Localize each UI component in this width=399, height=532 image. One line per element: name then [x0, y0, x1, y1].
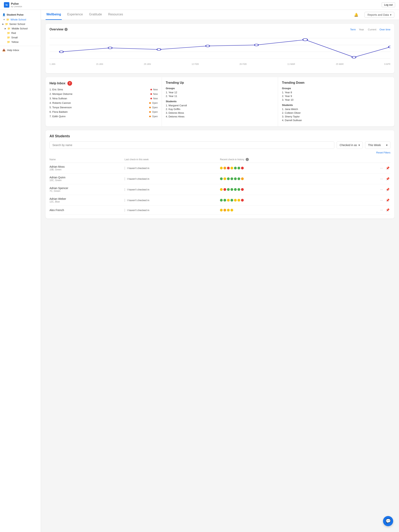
- list-item: 2. Year 11: [166, 95, 274, 98]
- sidebar-item-senior-school[interactable]: ▶ 📁 Senior School: [0, 22, 41, 26]
- trending-down-groups: 1. Year 82. Year 93. Year 10: [282, 91, 390, 101]
- info-icon: i: [64, 28, 68, 31]
- bell-icon[interactable]: 🔔: [354, 13, 358, 17]
- list-item: 3. Sherry Taylor: [282, 115, 390, 118]
- history-dot: [227, 209, 230, 211]
- svg-point-7: [206, 45, 210, 47]
- table-row: Adrian Weber 12C, Blue I haven't checked…: [50, 195, 390, 206]
- trending-down-title: Trending Down: [282, 81, 304, 84]
- tab-gratitude[interactable]: Gratitude: [88, 10, 103, 20]
- more-options-button[interactable]: ···: [379, 198, 384, 202]
- app-name: Pulse: [11, 2, 22, 5]
- history-dot: [227, 188, 230, 191]
- list-item[interactable]: 2. Monique Osborne New: [50, 93, 158, 95]
- checkin-text: I haven't checked in: [124, 188, 149, 191]
- table-row: Adrian Quinn 10C, Green I haven't checke…: [50, 173, 390, 184]
- reports-and-data-button[interactable]: Reports and Data ▾: [365, 12, 394, 18]
- folder-icon: 📁: [7, 40, 10, 44]
- help-inbox-list: 1. Eric Sims New2. Monique Osborne New3.…: [50, 88, 158, 118]
- sidebar-item-middle-school[interactable]: ▶ 📁 Middle School: [0, 26, 41, 31]
- chevron-down-icon: ▾: [359, 144, 360, 147]
- tab-resources[interactable]: Resources: [107, 10, 124, 20]
- list-item: 3. Year 10: [282, 98, 390, 101]
- trending-down-students: 1. Jana Welch2. Colleen Oliver3. Sherry …: [282, 108, 390, 122]
- table-actions: ··· 📌: [343, 166, 390, 170]
- pin-button[interactable]: 📌: [385, 177, 390, 181]
- sidebar-item-small[interactable]: 📁 Small: [0, 35, 41, 40]
- list-item: 2. Colleen Oliver: [282, 111, 390, 114]
- more-options-button[interactable]: ···: [379, 166, 384, 170]
- table-actions: ··· 📌: [343, 177, 390, 181]
- view-tab-current[interactable]: Current: [368, 28, 376, 31]
- pin-button[interactable]: 📌: [385, 198, 390, 202]
- history-dot: [224, 177, 226, 180]
- list-item[interactable]: 4. Roberto Cannon Open: [50, 101, 158, 104]
- list-item[interactable]: 7. Edith Quinn Open: [50, 115, 158, 118]
- view-tab-overtime[interactable]: Over time: [380, 28, 390, 31]
- history-dot: [220, 177, 223, 180]
- list-item[interactable]: 5. Tonya Stevenson Open: [50, 106, 158, 109]
- folder-icon: 📁: [7, 27, 11, 30]
- history-dot: [234, 167, 237, 169]
- chat-fab[interactable]: 💬: [383, 516, 393, 526]
- history-dot: [220, 199, 223, 202]
- top-navigation: Wellbeing Experience Gratitude Resources…: [41, 10, 399, 20]
- svg-point-4: [59, 51, 63, 53]
- table-row: Alex French I haven't checked in ··· 📌: [50, 206, 390, 215]
- student-name: Adrian Moss: [50, 165, 124, 168]
- status-dot: [149, 107, 151, 108]
- status-dot: [150, 89, 152, 90]
- pin-button[interactable]: 📌: [385, 208, 390, 212]
- history-dot: [241, 177, 244, 180]
- more-options-button[interactable]: ···: [379, 177, 384, 181]
- logout-button[interactable]: Log out: [382, 2, 395, 7]
- list-item: 1. Year 8: [282, 91, 390, 94]
- groups-label-up: Groups: [166, 87, 274, 90]
- status-dot: [149, 116, 151, 117]
- sidebar-item-red[interactable]: 📁 Red: [0, 31, 41, 35]
- checkin-text: I haven't checked in: [124, 177, 149, 180]
- list-item[interactable]: 3. Nina Sullivan New: [50, 97, 158, 100]
- students-label-up: Students: [166, 100, 274, 103]
- history-dot: [238, 199, 240, 202]
- student-name: Adrian Weber: [50, 197, 124, 200]
- time-tab-year[interactable]: Year: [359, 28, 364, 31]
- sidebar-item-yellow[interactable]: 📁 Yellow: [0, 40, 41, 44]
- overview-chart: 1 JAN 15 JAN 29 JAN 12 FEB 26 FEB 11 MAR…: [50, 34, 390, 69]
- list-item: 4. Delores Hines: [166, 115, 274, 118]
- history-dot: [241, 188, 244, 191]
- help-inbox-panel: Help Inbox 7 1. Eric Sims New2. Monique …: [45, 77, 162, 126]
- tab-experience[interactable]: Experience: [66, 10, 84, 20]
- time-tab-term[interactable]: Term: [350, 28, 356, 31]
- checked-in-as-select[interactable]: Checked in as ▾: [337, 141, 363, 149]
- list-item[interactable]: 6. Flora Baldwin Open: [50, 110, 158, 113]
- status-dot: [150, 93, 152, 95]
- table-actions: ··· 📌: [343, 188, 390, 192]
- more-options-button[interactable]: ···: [379, 208, 384, 212]
- this-week-select[interactable]: This Week ▾: [365, 141, 390, 149]
- history-dot: [227, 199, 230, 202]
- list-item: 1. Year 12: [166, 91, 274, 94]
- search-input[interactable]: [50, 141, 334, 149]
- table-actions: ··· 📌: [343, 198, 390, 202]
- app-logo: lu: [4, 2, 9, 8]
- history-dot: [224, 188, 226, 191]
- all-students-section: All Students Checked in as ▾ This Week ▾…: [45, 130, 394, 218]
- svg-point-5: [108, 47, 112, 49]
- student-name: Alex French: [50, 209, 124, 212]
- students-tbody: Adrian Moss 10B, Green I haven't checked…: [50, 163, 390, 215]
- more-options-button[interactable]: ···: [379, 188, 384, 192]
- sidebar-item-help-inbox[interactable]: 📥 Help Inbox: [0, 48, 41, 53]
- pin-button[interactable]: 📌: [385, 188, 390, 191]
- history-dot: [224, 167, 226, 169]
- tab-wellbeing[interactable]: Wellbeing: [45, 10, 62, 20]
- list-item[interactable]: 1. Eric Sims New: [50, 88, 158, 91]
- checkin-text: I haven't checked in: [124, 209, 149, 212]
- pin-button[interactable]: 📌: [385, 166, 390, 170]
- trending-down-panel: Trending Down Groups 1. Year 82. Year 93…: [278, 77, 394, 126]
- reset-filters-link[interactable]: Reset Filters: [50, 151, 390, 154]
- folder-icon: 📁: [5, 23, 8, 25]
- list-item: 2. Kay Griffin: [166, 108, 274, 111]
- sidebar-item-whole-school[interactable]: ▼ 📁 Whole School: [0, 17, 41, 22]
- inbox-icon: 📥: [2, 49, 6, 52]
